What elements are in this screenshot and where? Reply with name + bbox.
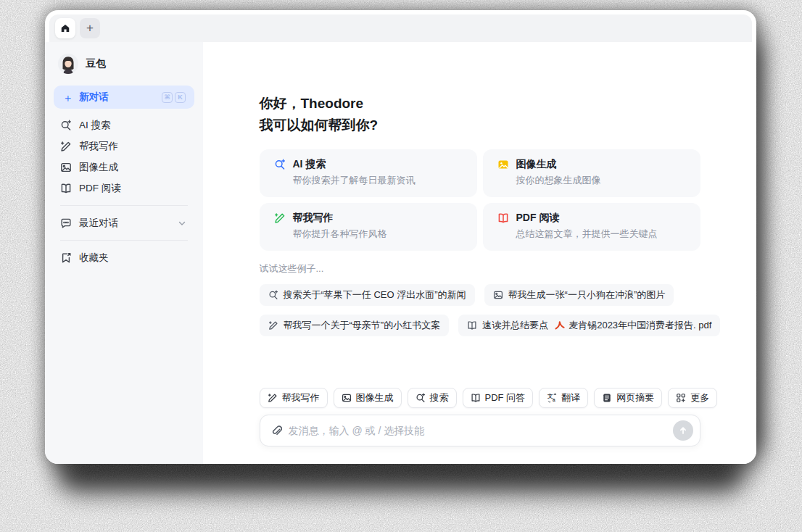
- tab-bar: +: [49, 14, 752, 42]
- card-pdf-read[interactable]: PDF 阅读 总结这篇文章，并提供一些关键点: [483, 203, 700, 251]
- skill-bar: 帮我写作 图像生成: [260, 388, 700, 408]
- sidebar-item-write[interactable]: 帮我写作: [54, 136, 194, 157]
- card-title: PDF 阅读: [516, 212, 560, 225]
- card-ai-search[interactable]: AI 搜索 帮你搜索并了解每日最新资讯: [260, 149, 477, 197]
- write-icon: [268, 320, 278, 331]
- example-chip-text: 帮我生成一张“一只小狗在冲浪”的图片: [508, 288, 666, 302]
- profile-row[interactable]: 豆包: [54, 49, 194, 78]
- sidebar-item-label: PDF 阅读: [79, 182, 121, 195]
- card-title: AI 搜索: [293, 158, 326, 171]
- skill-translate[interactable]: 文 a 翻译: [539, 388, 588, 408]
- card-desc: 总结这篇文章，并提供一些关键点: [516, 228, 686, 241]
- skill-label: 翻译: [561, 391, 580, 404]
- sidebar-item-pdf-read[interactable]: PDF 阅读: [54, 178, 194, 199]
- sidebar-item-label: 最近对话: [79, 217, 118, 230]
- arrow-up-icon: [678, 425, 688, 436]
- example-chips-row-1: 搜索关于“苹果下一任 CEO 浮出水面”的新闻 帮我生成一张“一只小狗在冲浪”的…: [260, 284, 700, 306]
- new-tab-button[interactable]: +: [80, 18, 100, 38]
- greeting-line1: 你好，Theodore: [260, 93, 700, 115]
- webpage-icon: [602, 393, 612, 403]
- more-grid-icon: [676, 393, 686, 403]
- image-icon: [493, 290, 503, 300]
- write-icon: [60, 141, 72, 152]
- example-chip-write-post[interactable]: 帮我写一个关于“母亲节”的小红书文案: [260, 315, 450, 336]
- write-icon: [274, 212, 286, 224]
- sidebar-item-favorites[interactable]: 收藏夹: [54, 247, 194, 268]
- svg-text:a: a: [553, 397, 555, 402]
- pdf-read-icon: [497, 212, 509, 224]
- home-icon: [60, 23, 70, 33]
- bookmark-icon: [60, 252, 72, 264]
- skill-webpage-summary[interactable]: 网页摘要: [594, 388, 662, 408]
- skill-label: 网页摘要: [616, 391, 654, 404]
- example-chips-row-2: 帮我写一个关于“母亲节”的小红书文案 速读并总结要点 麦肯: [260, 315, 700, 336]
- example-chip-text: 帮我写一个关于“母亲节”的小红书文案: [284, 319, 441, 332]
- example-chip-gen-image[interactable]: 帮我生成一张“一只小狗在冲浪”的图片: [484, 284, 674, 306]
- sidebar-item-ai-search[interactable]: AI 搜索: [54, 115, 194, 136]
- message-input-bar: [260, 415, 700, 446]
- card-title: 图像生成: [516, 158, 557, 171]
- send-button[interactable]: [673, 420, 693, 441]
- examples-label: 试试这些例子...: [260, 262, 700, 275]
- skill-write[interactable]: 帮我写作: [260, 388, 328, 408]
- doubao-app-window: + 豆包: [45, 10, 756, 464]
- message-input[interactable]: [289, 425, 666, 436]
- skill-image-gen[interactable]: 图像生成: [334, 388, 402, 408]
- translate-icon: 文 a: [547, 393, 557, 403]
- sidebar-item-label: 图像生成: [79, 161, 118, 174]
- pdf-attachment: 麦肯锡2023年中国消费者报告. pdf: [555, 319, 711, 332]
- sidebar-item-label: 收藏夹: [79, 252, 109, 265]
- paperclip-icon[interactable]: [270, 425, 282, 436]
- card-desc: 帮你搜索并了解每日最新资讯: [293, 174, 463, 187]
- composer: 帮我写作 图像生成: [260, 388, 700, 446]
- sidebar-item-image-gen[interactable]: 图像生成: [54, 157, 194, 178]
- book-icon: [467, 320, 477, 331]
- main-area: 你好，Theodore 我可以如何帮到你? AI 搜索 帮你搜索并了解每日最新: [203, 42, 756, 464]
- card-write[interactable]: 帮我写作 帮你提升各种写作风格: [260, 203, 477, 251]
- skill-label: 帮我写作: [282, 391, 320, 404]
- skill-label: PDF 问答: [485, 391, 526, 404]
- sidebar-item-label: 帮我写作: [79, 140, 118, 153]
- feature-cards: AI 搜索 帮你搜索并了解每日最新资讯 图像: [260, 149, 700, 251]
- pdf-file-icon: [555, 320, 565, 331]
- new-chat-label: 新对话: [79, 91, 109, 104]
- k-key-badge: K: [175, 92, 186, 103]
- skill-label: 图像生成: [356, 391, 394, 404]
- example-chip-text: 搜索关于“苹果下一任 CEO 浮出水面”的新闻: [284, 288, 466, 302]
- desktop-background: + 豆包: [0, 0, 802, 532]
- skill-label: 更多: [690, 391, 709, 404]
- image-icon: [342, 393, 352, 403]
- sidebar-divider: [60, 205, 188, 206]
- new-tab-label: +: [86, 21, 94, 36]
- skill-more[interactable]: 更多: [668, 388, 717, 408]
- greeting-line2: 我可以如何帮到你?: [260, 115, 700, 136]
- skill-label: 搜索: [430, 391, 449, 404]
- pdf-attachment-name: 麦肯锡2023年中国消费者报告. pdf: [569, 319, 711, 332]
- new-chat-button[interactable]: ＋ 新对话 ⌘ K: [54, 86, 194, 109]
- home-tab-button[interactable]: [55, 18, 75, 38]
- image-gen-icon: [60, 162, 72, 173]
- example-chip-summarize-pdf[interactable]: 速读并总结要点 麦肯锡2023年中国消费者报告. pdf: [458, 315, 720, 336]
- avatar: [58, 54, 78, 74]
- chat-bubble-icon: [60, 217, 72, 229]
- card-desc: 帮你提升各种写作风格: [293, 228, 463, 241]
- plus-icon: ＋: [62, 92, 73, 103]
- card-desc: 按你的想象生成图像: [516, 174, 686, 187]
- ai-search-icon: [274, 159, 286, 170]
- sidebar-nav: AI 搜索 帮我写作 图像生成: [54, 115, 194, 268]
- example-chip-text: 速读并总结要点: [482, 319, 548, 332]
- sidebar-item-recent-chats[interactable]: 最近对话: [54, 212, 194, 233]
- profile-name: 豆包: [86, 57, 106, 70]
- card-image-gen[interactable]: 图像生成 按你的想象生成图像: [483, 149, 700, 197]
- search-icon: [416, 393, 426, 403]
- skill-search[interactable]: 搜索: [408, 388, 457, 408]
- search-icon: [268, 290, 278, 300]
- skill-pdf-qa[interactable]: PDF 问答: [463, 388, 534, 408]
- greeting: 你好，Theodore 我可以如何帮到你?: [260, 93, 700, 136]
- chevron-down-icon: [176, 217, 188, 229]
- example-chip-search-news[interactable]: 搜索关于“苹果下一任 CEO 浮出水面”的新闻: [260, 284, 475, 306]
- shortcut-badges: ⌘ K: [162, 92, 186, 103]
- ai-search-icon: [60, 120, 72, 131]
- pdf-read-icon: [60, 183, 72, 194]
- write-icon: [268, 393, 278, 403]
